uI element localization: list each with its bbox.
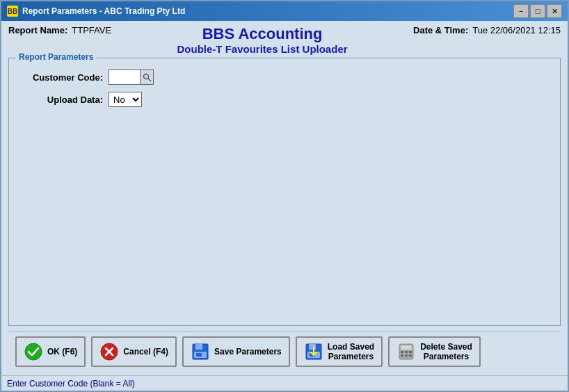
floppy-disk-icon: [191, 343, 209, 361]
svg-point-2: [25, 343, 42, 360]
upload-data-select[interactable]: No Yes: [109, 92, 142, 107]
svg-rect-17: [405, 351, 408, 353]
svg-point-0: [143, 74, 148, 79]
customer-code-row: Customer Code:: [19, 70, 550, 85]
ok-icon: [24, 342, 43, 361]
load-parameters-button[interactable]: Load Saved Parameters: [296, 336, 383, 367]
ok-label: OK (F6): [47, 347, 77, 357]
load-label: Load Saved Parameters: [328, 342, 374, 361]
date-time-section: Date & Time: Tue 22/06/2021 12:15: [413, 25, 561, 35]
title-bar: BB Report Parameters - ABC Trading Pty L…: [1, 1, 568, 21]
save-label: Save Parameters: [214, 347, 282, 357]
cancel-button[interactable]: Cancel (F4): [91, 336, 177, 367]
load-icon: [304, 342, 323, 361]
customer-code-field: [109, 70, 154, 85]
group-legend: Report Parameters: [16, 52, 96, 62]
cancel-label: Cancel (F4): [123, 347, 168, 357]
maximize-button[interactable]: □: [530, 4, 545, 18]
customer-code-search-button[interactable]: [140, 70, 153, 84]
cancel-icon: [99, 342, 119, 361]
upload-data-label: Upload Data:: [19, 95, 103, 105]
svg-rect-20: [405, 354, 408, 357]
bottom-buttons: OK (F6) Cancel (F4): [8, 332, 561, 371]
main-content: Report Name: TTPFAVE BBS Accounting Doub…: [1, 21, 568, 375]
x-icon: [100, 343, 118, 361]
report-params-group: Report Parameters Customer Code: Upload: [8, 58, 561, 326]
svg-rect-16: [401, 351, 403, 353]
title-bar-left: BB Report Parameters - ABC Trading Pty L…: [7, 6, 185, 17]
checkmark-icon: [24, 343, 42, 361]
svg-line-1: [148, 79, 151, 81]
search-icon: [143, 73, 152, 82]
app-title: BBS Accounting: [111, 25, 413, 43]
svg-rect-9: [196, 353, 202, 357]
minimize-button[interactable]: −: [513, 4, 529, 18]
report-name-label: Report Name:: [8, 25, 67, 35]
window-title: Report Parameters - ABC Trading Pty Ltd: [22, 6, 185, 16]
date-time-label: Date & Time:: [413, 25, 468, 35]
app-subtitle: Double-T Favourites List Uploader: [111, 43, 413, 55]
svg-rect-7: [195, 344, 202, 350]
svg-rect-11: [309, 344, 316, 350]
load-floppy-icon: [305, 343, 323, 361]
ok-button[interactable]: OK (F6): [15, 336, 86, 367]
svg-rect-21: [409, 354, 412, 357]
save-icon: [191, 342, 210, 361]
customer-code-input[interactable]: [109, 70, 140, 84]
center-title: BBS Accounting Double-T Favourites List …: [111, 25, 413, 55]
delete-parameters-button[interactable]: Delete Saved Parameters: [388, 336, 481, 367]
save-parameters-button[interactable]: Save Parameters: [182, 336, 290, 367]
main-window: BB Report Parameters - ABC Trading Pty L…: [0, 0, 569, 392]
svg-rect-15: [401, 345, 412, 350]
svg-rect-19: [401, 354, 403, 357]
status-text: Enter Customer Code (Blank = All): [7, 379, 135, 389]
customer-code-label: Customer Code:: [19, 72, 103, 83]
upload-data-row: Upload Data: No Yes: [19, 92, 550, 107]
close-button[interactable]: ✕: [547, 4, 562, 18]
date-time-value: Tue 22/06/2021 12:15: [472, 25, 561, 35]
svg-rect-18: [409, 351, 412, 353]
delete-icon: [396, 342, 416, 361]
calculator-icon: [397, 343, 415, 361]
report-name-section: Report Name: TTPFAVE: [8, 25, 111, 35]
app-icon: BB: [7, 6, 18, 17]
header-row: Report Name: TTPFAVE BBS Accounting Doub…: [8, 25, 561, 55]
title-bar-controls: − □ ✕: [513, 4, 562, 18]
delete-label: Delete Saved Parameters: [420, 342, 472, 361]
status-bar: Enter Customer Code (Blank = All): [1, 375, 568, 391]
report-name-value: TTPFAVE: [72, 25, 111, 35]
